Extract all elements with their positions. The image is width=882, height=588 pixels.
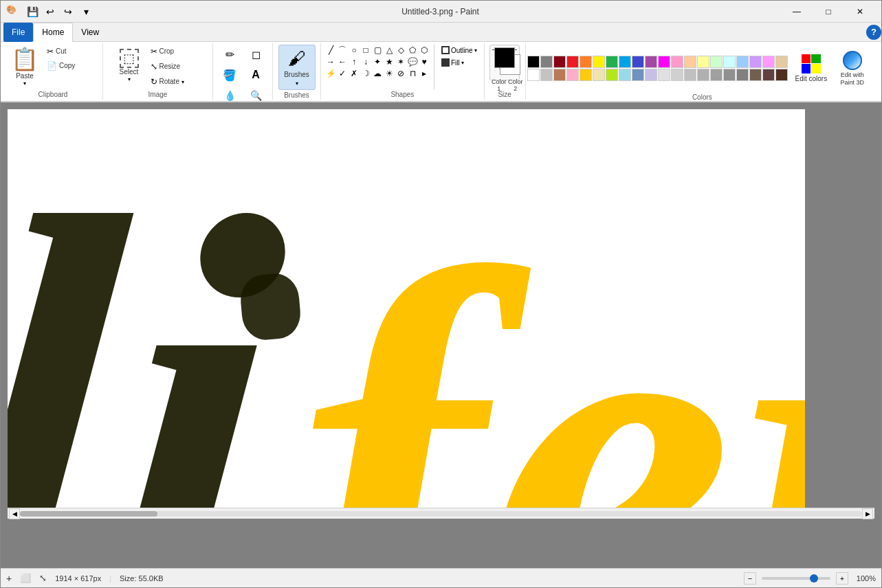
rotate-button[interactable]: ↻ Rotate ▾ — [147, 75, 202, 89]
cut-button[interactable]: ✂ Cut — [43, 45, 98, 58]
color-silver7[interactable] — [736, 69, 749, 81]
color-silver5[interactable] — [710, 69, 723, 81]
fill-bucket-button[interactable]: 🪣 — [217, 65, 242, 84]
color-black[interactable] — [527, 56, 540, 68]
customize-qat-button[interactable]: ▾ — [78, 3, 94, 20]
canvas-scroll-area[interactable]: li feu ◀ ▶ — [1, 102, 881, 568]
triangle-shape[interactable]: △ — [384, 45, 395, 56]
brushes-button[interactable]: 🖌 Brushes ▾ — [278, 45, 316, 90]
curve-shape[interactable]: ⌒ — [337, 45, 348, 56]
copy-button[interactable]: 📄 Copy — [43, 59, 98, 73]
pentagon-shape[interactable]: ⬠ — [407, 45, 418, 56]
edit-paint3d-button[interactable]: Edit with Paint 3D — [833, 47, 872, 90]
color-red[interactable] — [566, 56, 579, 68]
star6-shape[interactable]: ✶ — [395, 56, 406, 67]
crop-button[interactable]: ✂ Crop — [147, 45, 202, 58]
color-magenta[interactable] — [658, 56, 670, 68]
color-gold[interactable] — [580, 69, 592, 81]
color-mahogany[interactable] — [762, 69, 775, 81]
cloud-shape[interactable]: ☁ — [372, 68, 383, 79]
resize-button[interactable]: ⤡ Resize — [147, 60, 202, 74]
color-lightblue[interactable] — [736, 56, 749, 68]
color-steelblue[interactable] — [632, 69, 644, 81]
select-button[interactable]: ⬚ Select ▾ — [114, 45, 144, 86]
canvas[interactable]: li feu — [8, 109, 805, 508]
up-arrow-shape[interactable]: ↑ — [349, 56, 360, 67]
color-peach[interactable] — [684, 56, 696, 68]
color-lightyellow[interactable] — [697, 56, 709, 68]
scroll-thumb-h[interactable] — [20, 511, 157, 517]
color-brown[interactable] — [553, 69, 566, 81]
rt-arrow-shape[interactable]: → — [325, 56, 336, 67]
heart-shape[interactable]: ♥ — [419, 56, 430, 67]
hex-shape[interactable]: ⬡ — [419, 45, 430, 56]
color-khaki[interactable] — [749, 69, 762, 81]
color-gray[interactable] — [540, 56, 553, 68]
scroll-left-button[interactable]: ◀ — [9, 508, 20, 519]
zoom-out-button[interactable]: − — [744, 572, 756, 585]
product-alert-button[interactable]: i Product alert — [874, 47, 882, 90]
outline-button[interactable]: Outline ▾ — [439, 45, 480, 56]
color-lightgray[interactable] — [540, 69, 553, 81]
scroll-track-h[interactable] — [20, 511, 862, 517]
zoom-thumb[interactable] — [810, 574, 818, 583]
color-blue[interactable] — [619, 56, 631, 68]
round-rect-shape[interactable]: ▢ — [372, 45, 383, 56]
sun-shape[interactable]: ☀ — [384, 68, 395, 79]
eraser-button[interactable]: ◻ — [243, 45, 268, 64]
color-lightcyan[interactable] — [723, 56, 736, 68]
color-rose[interactable] — [566, 69, 579, 81]
resize-mode-icon[interactable]: ⤡ — [39, 573, 47, 583]
x-shape[interactable]: ✗ — [349, 68, 360, 79]
color-cream[interactable] — [593, 69, 605, 81]
lt-arrow-shape[interactable]: ← — [337, 56, 348, 67]
callout-shape[interactable]: 💬 — [407, 56, 418, 67]
edit-colors-button[interactable]: Edit colors — [792, 47, 830, 90]
color-orange[interactable] — [580, 56, 592, 68]
oval-shape[interactable]: ○ — [349, 45, 360, 56]
color-green[interactable] — [606, 56, 618, 68]
dn-arrow-shape[interactable]: ↓ — [360, 56, 371, 67]
color-pink[interactable] — [671, 56, 683, 68]
pencil-button[interactable]: ✏ — [217, 45, 242, 64]
color-tan[interactable] — [775, 56, 788, 68]
selection-mode-icon[interactable]: ⬜ — [20, 573, 31, 583]
undo-button[interactable]: ↩ — [42, 3, 58, 20]
maximize-button[interactable]: □ — [813, 1, 844, 23]
color-silver6[interactable] — [723, 69, 736, 81]
color-lightgreen[interactable] — [710, 56, 723, 68]
add-icon[interactable]: + — [6, 573, 12, 584]
no-shape[interactable]: ⊘ — [395, 68, 406, 79]
diamond-shape[interactable]: ◇ — [395, 45, 406, 56]
color-silver3[interactable] — [684, 69, 696, 81]
color-silver4[interactable] — [697, 69, 709, 81]
color-sepia[interactable] — [775, 69, 788, 81]
close-button[interactable]: ✕ — [844, 1, 876, 23]
color-indigo[interactable] — [632, 56, 644, 68]
color-darkred[interactable] — [553, 56, 566, 68]
redo-button[interactable]: ↪ — [60, 3, 76, 20]
help-button[interactable]: ? — [866, 25, 881, 40]
color-lavender[interactable] — [749, 56, 762, 68]
minimize-button[interactable]: — — [781, 1, 813, 23]
scroll-right-button[interactable]: ▶ — [862, 508, 873, 519]
color-skyblue[interactable] — [619, 69, 631, 81]
tab-view[interactable]: View — [73, 23, 107, 42]
color-purple[interactable] — [645, 56, 657, 68]
moon-shape[interactable]: ☽ — [360, 68, 371, 79]
paste-button[interactable]: 📋 Paste ▾ — [8, 45, 42, 87]
horizontal-scrollbar[interactable]: ◀ ▶ — [8, 508, 874, 519]
color-lilac[interactable] — [762, 56, 775, 68]
color-silver[interactable] — [658, 69, 670, 81]
color-silver2[interactable] — [671, 69, 683, 81]
save-button[interactable]: 💾 — [24, 3, 41, 20]
color-lime[interactable] — [606, 69, 618, 81]
zoom-slider[interactable] — [762, 577, 830, 580]
lightning-shape[interactable]: ⚡ — [325, 68, 336, 79]
color-periwinkle[interactable] — [645, 69, 657, 81]
para-shape[interactable]: ⊓ — [407, 68, 418, 79]
color-yellow[interactable] — [593, 56, 605, 68]
line-shape[interactable]: ╱ — [325, 45, 336, 56]
rect-shape[interactable]: □ — [360, 45, 371, 56]
fill-button[interactable]: Fill ▾ — [439, 57, 480, 68]
